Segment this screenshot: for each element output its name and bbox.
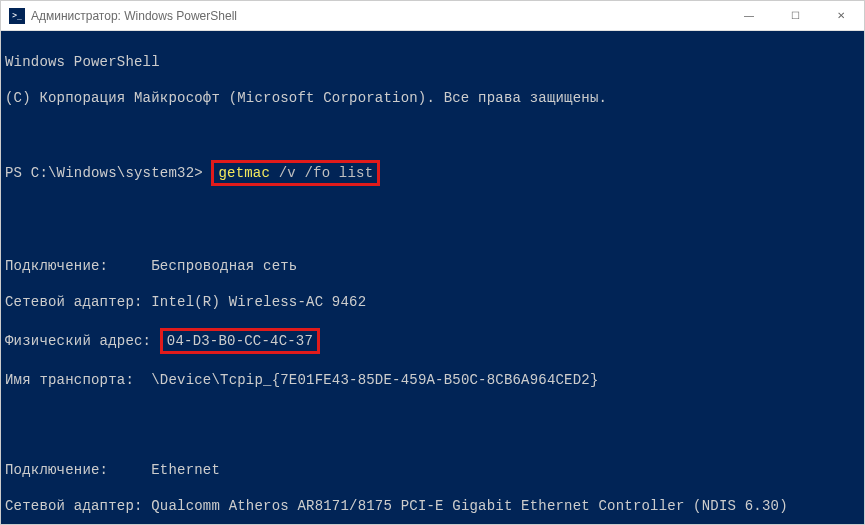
adapter-value: Qualcomm Atheros AR8171/8175 PCI-E Gigab… — [151, 498, 788, 514]
mac-label: Физический адрес: — [5, 333, 151, 349]
adapter-label: Сетевой адаптер: — [5, 498, 151, 514]
adapter-value: Intel(R) Wireless-AC 9462 — [151, 294, 366, 310]
window-controls: — ☐ ✕ — [726, 1, 864, 30]
connection-label: Подключение: — [5, 462, 151, 478]
output-row: Имя транспорта: \Device\Tcpip_{7E01FE43-… — [5, 371, 860, 389]
mac-highlight-box: 04-D3-B0-CC-4C-37 — [160, 328, 320, 354]
adapter-label: Сетевой адаптер: — [5, 294, 151, 310]
copyright-line: (C) Корпорация Майкрософт (Microsoft Cor… — [5, 89, 860, 107]
prompt-path: PS C:\Windows\system32> — [5, 165, 211, 181]
mac-value: 04-D3-B0-CC-4C-37 — [167, 333, 313, 349]
command-highlight-box: getmac /v /fo list — [211, 160, 380, 186]
output-row: Физический адрес: 04-D3-B0-CC-4C-37 — [5, 329, 860, 353]
command-name: getmac — [218, 165, 270, 181]
prompt-line: PS C:\Windows\system32> getmac /v /fo li… — [5, 161, 860, 185]
blank-line — [5, 203, 860, 221]
connection-value: Ethernet — [151, 462, 220, 478]
powershell-icon — [9, 8, 25, 24]
output-row: Подключение: Беспроводная сеть — [5, 257, 860, 275]
console-area[interactable]: Windows PowerShell (C) Корпорация Майкро… — [1, 31, 864, 524]
output-row: Сетевой адаптер: Qualcomm Atheros AR8171… — [5, 497, 860, 515]
transport-label: Имя транспорта: — [5, 372, 151, 388]
window-title: Администратор: Windows PowerShell — [31, 9, 726, 23]
maximize-button[interactable]: ☐ — [772, 1, 818, 30]
titlebar[interactable]: Администратор: Windows PowerShell — ☐ ✕ — [1, 1, 864, 31]
minimize-button[interactable]: — — [726, 1, 772, 30]
connection-value: Беспроводная сеть — [151, 258, 297, 274]
header-line: Windows PowerShell — [5, 53, 860, 71]
blank-line — [5, 407, 860, 425]
transport-value: \Device\Tcpip_{7E01FE43-85DE-459A-B50C-8… — [151, 372, 598, 388]
close-button[interactable]: ✕ — [818, 1, 864, 30]
powershell-window: Администратор: Windows PowerShell — ☐ ✕ … — [0, 0, 865, 525]
output-row: Подключение: Ethernet — [5, 461, 860, 479]
output-row: Сетевой адаптер: Intel(R) Wireless-AC 94… — [5, 293, 860, 311]
command-args: /v /fo list — [270, 165, 373, 181]
spacer — [151, 333, 160, 349]
blank-line — [5, 125, 860, 143]
connection-label: Подключение: — [5, 258, 151, 274]
